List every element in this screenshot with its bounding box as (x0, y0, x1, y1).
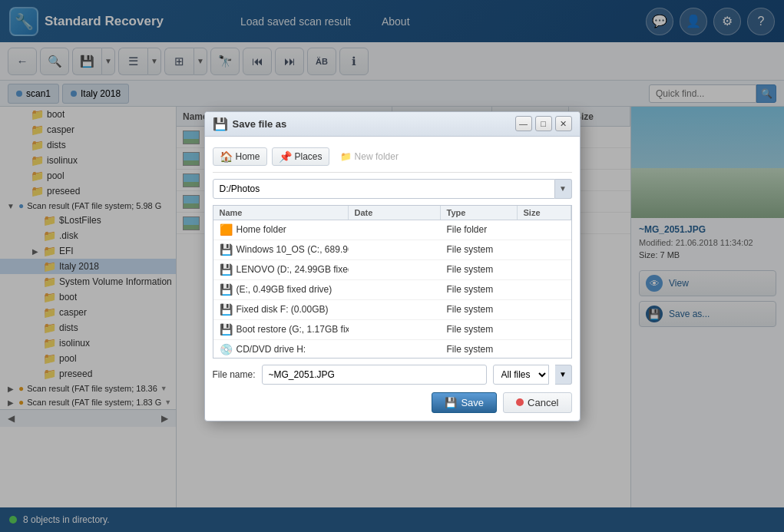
dialog-footer: File name: All files ▼ (213, 365, 572, 385)
dialog-col-date: Date (349, 206, 441, 220)
filename-label: File name: (213, 369, 256, 380)
dialog-window-controls: — □ ✕ (515, 116, 572, 131)
dialog-close[interactable]: ✕ (555, 116, 572, 131)
dialog-file-row[interactable]: 💾(E:, 0.49GB fixed drive) File system (213, 280, 571, 300)
drive-icon: 💾 (220, 243, 233, 256)
drive-icon: 💾 (220, 283, 233, 296)
dialog-title-icon: 💾 (213, 117, 228, 131)
drive-icon: 💾 (220, 323, 233, 335)
home-icon: 🏠 (220, 150, 233, 163)
save-icon: 💾 (445, 397, 457, 408)
dialog-body: 🏠 Home 📌 Places 📁 New folder ▼ Name (205, 137, 580, 421)
places-icon: 📌 (279, 150, 292, 163)
dialog-maximize[interactable]: □ (535, 116, 552, 131)
new-folder-icon: 📁 (340, 151, 352, 162)
dialog-file-row[interactable]: 🟧Home folder File folder (213, 220, 571, 240)
filetype-select[interactable]: All files (493, 365, 549, 385)
dialog-file-header: Name Date Type Size (213, 206, 571, 220)
path-dropdown[interactable]: ▼ (555, 179, 572, 199)
dialog-minimize[interactable]: — (515, 116, 532, 131)
dialog-titlebar: 💾 Save file as — □ ✕ (205, 112, 580, 137)
dialog-file-list: Name Date Type Size 🟧Home folder File fo… (213, 205, 572, 359)
dialog-path: ▼ (213, 179, 572, 199)
dialog-cancel-button[interactable]: Cancel (503, 392, 571, 413)
drive-icon: 💾 (220, 303, 233, 316)
dvd-icon: 💿 (220, 343, 233, 355)
dialog-actions: 💾 Save Cancel (213, 385, 572, 413)
folder-color-icon: 🟧 (220, 223, 233, 236)
home-location-button[interactable]: 🏠 Home (213, 147, 267, 166)
dialog-file-row[interactable]: 💾LENOVO (D:, 24.99GB fixed drive) File s… (213, 260, 571, 280)
dialog-overlay: 💾 Save file as — □ ✕ 🏠 Home 📌 Places (0, 0, 784, 532)
dialog-file-row[interactable]: 💿CD/DVD drive H: File system (213, 340, 571, 359)
dialog-file-row[interactable]: 💾Windows 10_OS (C:, 689.96GB ... File sy… (213, 240, 571, 260)
dialog-col-size: Size (518, 206, 571, 220)
dialog-file-row[interactable]: 💾Fixed disk F: (0.00GB) File system (213, 300, 571, 320)
dialog-title: 💾 Save file as (213, 117, 515, 131)
filename-input[interactable] (262, 365, 487, 385)
dialog-col-name: Name (213, 206, 349, 220)
filetype-arrow[interactable]: ▼ (555, 365, 572, 385)
dialog-col-type: Type (441, 206, 518, 220)
path-input[interactable] (213, 179, 555, 199)
cancel-dot (516, 398, 524, 406)
drive-icon: 💾 (220, 263, 233, 276)
dialog-file-row[interactable]: 💾Boot restore (G:, 1.17GB fixed ... File… (213, 320, 571, 340)
new-folder-button[interactable]: 📁 New folder (334, 149, 405, 164)
places-location-button[interactable]: 📌 Places (272, 147, 329, 166)
save-dialog: 💾 Save file as — □ ✕ 🏠 Home 📌 Places (204, 111, 581, 421)
dialog-locations: 🏠 Home 📌 Places 📁 New folder (213, 144, 572, 173)
dialog-save-button[interactable]: 💾 Save (432, 392, 497, 413)
